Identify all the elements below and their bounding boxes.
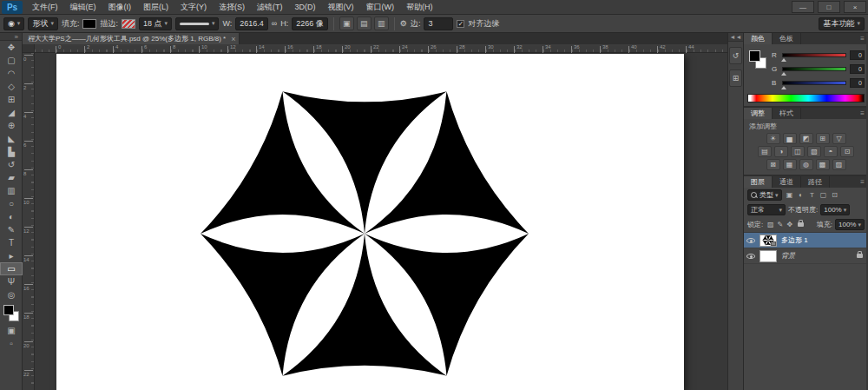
adjustment-icon[interactable]: ▦ xyxy=(783,159,797,170)
adjustment-icon[interactable]: ◍ xyxy=(799,159,813,170)
workspace-switcher[interactable]: 基本功能 ▾ xyxy=(819,17,865,30)
horizontal-ruler[interactable]: 0246810121416182022242628303234363840424… xyxy=(35,44,727,53)
link-dimensions-icon[interactable]: ∞ xyxy=(272,19,277,28)
layer-thumbnail[interactable] xyxy=(760,250,777,262)
adjustment-icon[interactable]: ◓ xyxy=(824,146,838,157)
layer-row[interactable]: 背景 xyxy=(744,248,868,264)
adjustment-icon[interactable]: ◩ xyxy=(799,133,813,144)
adjustment-icon[interactable]: ⊠ xyxy=(766,159,780,170)
lock-all-icon[interactable] xyxy=(798,222,804,227)
vertical-ruler[interactable]: 0246810121416182022 xyxy=(23,53,35,390)
menu-item[interactable]: 图层(L) xyxy=(137,0,174,15)
panel-tab[interactable]: 样式 xyxy=(773,108,801,119)
tool-button[interactable]: ◠ xyxy=(0,67,23,80)
layer-filter-icon[interactable]: ⊡ xyxy=(830,190,840,201)
layer-filter-icon[interactable]: ▢ xyxy=(819,190,829,201)
layer-filter-icon[interactable]: T xyxy=(807,190,818,201)
channel-value[interactable]: 0 xyxy=(850,64,865,74)
blend-mode-dropdown[interactable]: 正常 ▾ xyxy=(747,204,786,215)
visibility-eye-icon[interactable] xyxy=(746,238,755,243)
tool-button[interactable]: ▭ xyxy=(0,262,23,275)
adjustment-icon[interactable]: ▨ xyxy=(832,159,846,170)
menu-item[interactable]: 选择(S) xyxy=(213,0,251,15)
lock-option-icon[interactable]: ▨ xyxy=(766,221,775,228)
shape-width-input[interactable]: 2616.4 xyxy=(235,17,268,30)
layer-row[interactable]: 多边形 1 xyxy=(744,233,868,248)
close-tab-icon[interactable]: × xyxy=(231,35,235,43)
adjustment-icon[interactable]: ⊡ xyxy=(840,146,854,157)
tool-button[interactable]: T xyxy=(0,236,23,249)
tool-button[interactable]: ◣ xyxy=(0,132,23,145)
stroke-color-swatch[interactable] xyxy=(122,19,135,29)
document-tab[interactable]: 程大大学PS之——几何形状工具.psd @ 25%(多边形 1, RGB/8) … xyxy=(23,33,240,44)
foreground-color-swatch[interactable] xyxy=(3,305,14,315)
close-button[interactable]: × xyxy=(844,1,866,13)
panel-tab[interactable]: 通道 xyxy=(773,176,801,188)
tool-button[interactable]: ○ xyxy=(0,197,23,210)
maximize-button[interactable]: □ xyxy=(818,1,840,13)
tool-button[interactable]: ▥ xyxy=(0,184,23,197)
slider-thumb-icon[interactable] xyxy=(781,86,786,89)
panel-tab[interactable]: 路径 xyxy=(801,176,830,188)
panel-tab[interactable]: 调整 xyxy=(744,108,773,119)
adjustment-icon[interactable]: ▅ xyxy=(783,133,797,144)
color-spectrum-ramp[interactable] xyxy=(747,94,865,102)
adjustment-icon[interactable]: ▽ xyxy=(832,133,846,144)
tool-button[interactable]: ◢ xyxy=(0,106,23,119)
minimize-button[interactable]: — xyxy=(792,1,814,13)
menu-item[interactable]: 编辑(E) xyxy=(64,0,102,15)
channel-slider[interactable] xyxy=(782,81,846,85)
menu-item[interactable]: 窗口(W) xyxy=(360,0,401,15)
slider-thumb-icon[interactable] xyxy=(781,58,786,62)
lock-option-icon[interactable]: ✎ xyxy=(775,221,785,228)
layer-filter-icon[interactable]: ◐ xyxy=(796,190,806,201)
adjustment-icon[interactable]: ☀ xyxy=(766,133,780,144)
toolbar-collapse-button[interactable]: » xyxy=(0,33,22,41)
align-edges-checkbox[interactable]: ✓ xyxy=(457,20,464,28)
tool-button[interactable]: ⊕ xyxy=(0,119,23,132)
polygon-sides-input[interactable]: 3 xyxy=(424,17,453,30)
canvas[interactable] xyxy=(56,54,684,390)
panel-tab[interactable]: 颜色 xyxy=(744,33,773,44)
layer-filter-icon[interactable]: ▣ xyxy=(785,190,795,201)
channel-slider[interactable] xyxy=(782,53,846,57)
tool-button[interactable]: ⊞ xyxy=(0,93,23,106)
expand-panels-button[interactable]: ◄◄ xyxy=(728,33,743,42)
channel-value[interactable]: 0 xyxy=(850,50,865,60)
layer-thumbnail[interactable] xyxy=(760,235,777,247)
menu-item[interactable]: 滤镜(T) xyxy=(251,0,289,15)
menu-item[interactable]: 3D(D) xyxy=(289,0,322,15)
quick-mask-button[interactable]: ▣ xyxy=(0,324,23,337)
tool-button[interactable]: ↺ xyxy=(0,158,23,171)
tool-button[interactable]: ▢ xyxy=(0,54,23,67)
tool-button[interactable]: ◎ xyxy=(0,288,23,301)
lock-option-icon[interactable]: ✥ xyxy=(785,221,794,228)
opacity-input[interactable]: 100% ▾ xyxy=(820,204,850,215)
stroke-style-picker[interactable]: ▾ xyxy=(175,17,220,30)
menu-item[interactable]: 文字(Y) xyxy=(174,0,213,15)
stroke-width-input[interactable]: 18 点 ▾ xyxy=(139,17,172,30)
channel-value[interactable]: 0 xyxy=(850,78,865,88)
menu-item[interactable]: 文件(F) xyxy=(26,0,64,15)
gear-icon[interactable]: ⚙ xyxy=(400,19,407,28)
path-op-button[interactable]: ▥ xyxy=(374,17,389,30)
polygon-shape[interactable] xyxy=(195,86,534,381)
dock-panel-button[interactable]: ⊞ xyxy=(729,69,742,87)
menu-item[interactable]: 帮助(H) xyxy=(400,0,439,15)
path-op-button[interactable]: ▤ xyxy=(357,17,372,30)
tool-button[interactable]: ▰ xyxy=(0,171,23,184)
menu-item[interactable]: 视图(V) xyxy=(322,0,360,15)
panel-tab[interactable]: 色板 xyxy=(773,33,801,44)
visibility-eye-icon[interactable] xyxy=(746,254,755,259)
menu-item[interactable]: 图像(I) xyxy=(102,0,138,15)
layer-filter-dropdown[interactable]: 类型 ▾ xyxy=(747,189,782,201)
adjustment-icon[interactable]: ▧ xyxy=(807,146,821,157)
adjustment-icon[interactable]: ▤ xyxy=(758,146,772,157)
slider-thumb-icon[interactable] xyxy=(781,72,786,76)
fill-color-swatch[interactable] xyxy=(82,19,96,29)
foreground-color-swatch[interactable] xyxy=(749,50,760,62)
tool-button[interactable]: ✎ xyxy=(0,223,23,236)
screen-mode-button[interactable]: ▫ xyxy=(0,337,23,350)
tool-button[interactable]: ✥ xyxy=(0,41,23,54)
shape-height-input[interactable]: 2266 像 xyxy=(292,17,328,30)
